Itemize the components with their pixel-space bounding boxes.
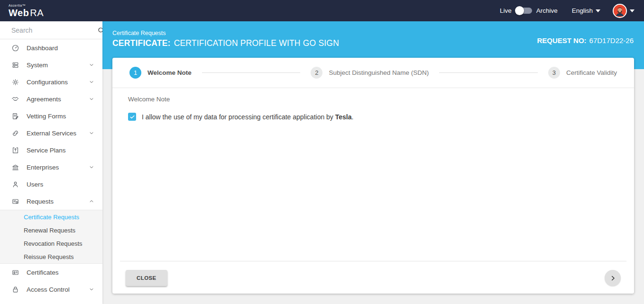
certificate-icon: [11, 268, 19, 277]
breadcrumb: Certificate Requests: [112, 30, 339, 36]
chevron-up-icon: [89, 198, 94, 204]
language-label: English: [572, 7, 593, 14]
step-welcome-note[interactable]: 1 Welcome Note: [129, 67, 192, 79]
live-label: Live: [500, 7, 512, 14]
toggle-knob[interactable]: [515, 6, 524, 15]
consent-row: I allow the use of my data for processin…: [128, 113, 618, 121]
user-icon: [11, 180, 19, 188]
chevron-right-icon: [609, 275, 616, 282]
step-number: 3: [548, 67, 560, 79]
step-connector: [439, 72, 538, 73]
server-icon: [11, 61, 19, 69]
partial-icon: [11, 303, 19, 304]
sidebar-subitem-renewal-requests[interactable]: Renewal Requests: [0, 224, 102, 237]
sidebar-subitem-certificate-requests[interactable]: Certificate Requests: [0, 210, 102, 224]
wizard-body: Welcome Note I allow the use of my data …: [112, 88, 634, 261]
sidebar-item-access-control[interactable]: Access Control: [0, 281, 102, 298]
wizard-stepper: 1 Welcome Note 2 Subject Distinguished N…: [112, 58, 634, 88]
request-number-value: 67D17D22-26: [589, 36, 634, 45]
request-card-icon: [11, 197, 19, 206]
consent-checkbox[interactable]: [128, 113, 136, 121]
sidebar-subitem-reissue-requests[interactable]: Reissue Requests: [0, 250, 102, 263]
handshake-icon: [11, 95, 19, 103]
caret-down-icon: [630, 9, 635, 13]
chevron-down-icon: [89, 96, 94, 102]
sidebar-item-enterprises[interactable]: Enterprises: [0, 159, 102, 176]
consent-text: I allow the use of my data for processin…: [142, 113, 353, 121]
wizard-footer: CLOSE: [120, 261, 626, 294]
step-connector: [202, 72, 301, 73]
gauge-icon: [11, 44, 19, 52]
search-icon[interactable]: [97, 27, 102, 34]
chevron-down-icon: [89, 62, 94, 68]
request-number: REQUEST NO:67D17D22-26: [537, 36, 634, 45]
company-name: Ascertia™: [9, 4, 44, 7]
sidebar-item-configurations[interactable]: Configurations: [0, 73, 102, 90]
user-menu[interactable]: [613, 4, 635, 18]
caret-down-icon: [596, 9, 600, 13]
step-sdn[interactable]: 2 Subject Distinguished Name (SDN): [311, 67, 429, 79]
sidebar: Dashboard System Configurations Agreemen…: [0, 21, 102, 304]
checkmark-icon: [129, 114, 135, 120]
form-pencil-icon: [11, 112, 19, 120]
sidebar-item-external-services[interactable]: External Services: [0, 125, 102, 142]
sidebar-item-service-plans[interactable]: Service Plans: [0, 142, 102, 159]
sidebar-item-dashboard[interactable]: Dashboard: [0, 39, 102, 56]
search-input[interactable]: [11, 27, 97, 34]
app-logo: Ascertia™ WebRA: [9, 4, 44, 18]
page-title-text: CERTIFICATION PROFILE WITH GO SIGN: [174, 38, 339, 48]
chevron-down-icon: [89, 164, 94, 170]
next-button[interactable]: [605, 270, 621, 286]
close-button[interactable]: CLOSE: [126, 270, 167, 286]
archive-label: Archive: [536, 7, 558, 14]
sidebar-item-vetting-forms[interactable]: Vetting Forms: [0, 107, 102, 125]
sidebar-item-system[interactable]: System: [0, 56, 102, 73]
wizard-card: 1 Welcome Note 2 Subject Distinguished N…: [112, 58, 634, 294]
avatar-illustration-icon: [614, 5, 626, 17]
topbar: Ascertia™ WebRA Live Archive English: [0, 0, 644, 21]
page-title: CERTIFICATE:CERTIFICATION PROFILE WITH G…: [112, 38, 339, 48]
sidebar-search: [0, 21, 102, 39]
sidebar-item-agreements[interactable]: Agreements: [0, 90, 102, 107]
sidebar-subitem-revocation-requests[interactable]: Revocation Requests: [0, 237, 102, 250]
chevron-down-icon: [89, 130, 94, 136]
chevron-down-icon: [89, 286, 94, 292]
sidebar-item-requests[interactable]: Requests: [0, 193, 102, 210]
step-certificate-validity[interactable]: 3 Certificate Validity: [548, 67, 617, 79]
language-selector[interactable]: English: [572, 7, 600, 14]
sidebar-item-partial[interactable]: [0, 298, 102, 304]
requests-submenu: Certificate Requests Renewal Requests Re…: [0, 210, 102, 264]
request-number-label: REQUEST NO:: [537, 36, 586, 45]
product-name: WebRA: [9, 8, 44, 18]
step-number: 2: [311, 67, 322, 79]
live-archive-toggle[interactable]: [516, 8, 532, 14]
chevron-down-icon: [89, 79, 94, 85]
bank-icon: [11, 163, 19, 171]
topbar-actions: Live Archive English: [500, 4, 635, 18]
page-header-titles: Certificate Requests CERTIFICATE:CERTIFI…: [112, 30, 339, 48]
sidebar-item-certificates[interactable]: Certificates: [0, 264, 102, 281]
section-label: Welcome Note: [128, 96, 618, 103]
package-icon: [11, 146, 19, 154]
page-title-prefix: CERTIFICATE:: [112, 38, 171, 48]
sidebar-item-users[interactable]: Users: [0, 176, 102, 193]
step-number: 1: [129, 67, 141, 79]
padlock-icon: [11, 286, 19, 294]
user-avatar[interactable]: [613, 4, 627, 18]
link-icon: [11, 129, 19, 137]
gear-icon: [11, 78, 19, 86]
live-archive-toggle-group: Live Archive: [500, 7, 558, 14]
